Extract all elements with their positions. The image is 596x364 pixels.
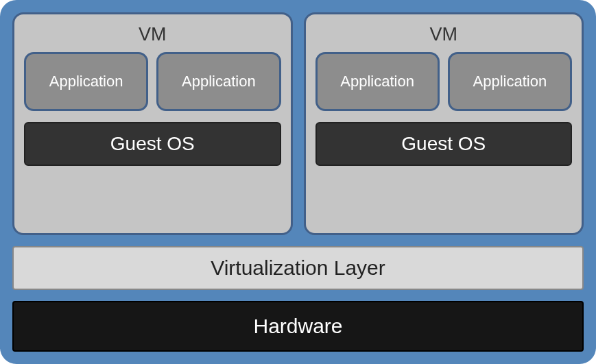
application-box: Application — [315, 52, 440, 111]
hardware-box: Hardware — [12, 301, 584, 352]
virtualization-layer-box: Virtualization Layer — [12, 246, 584, 290]
application-box: Application — [24, 52, 148, 111]
diagram-frame: VM Application Application Guest OS VM A… — [0, 0, 596, 364]
vm-box-2: VM Application Application Guest OS — [304, 12, 584, 235]
vm-title: VM — [315, 24, 573, 45]
application-box: Application — [448, 52, 572, 111]
guest-os-box: Guest OS — [315, 122, 573, 166]
app-row: Application Application — [24, 52, 281, 111]
vm-box-1: VM Application Application Guest OS — [12, 12, 293, 235]
application-box: Application — [156, 52, 281, 111]
vm-title: VM — [24, 24, 281, 45]
guest-os-box: Guest OS — [24, 122, 281, 166]
vm-row: VM Application Application Guest OS VM A… — [12, 12, 584, 235]
app-row: Application Application — [315, 52, 573, 111]
